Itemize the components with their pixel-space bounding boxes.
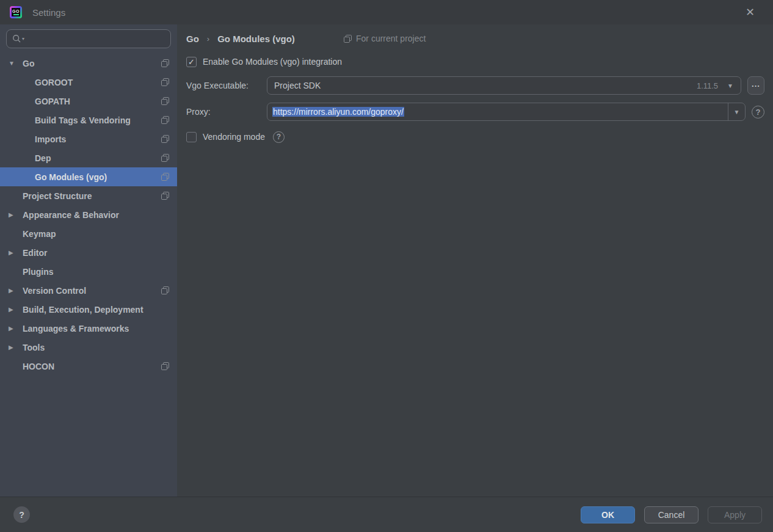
vgo-sdk-version: 1.11.5 (697, 81, 718, 90)
per-project-settings-icon (161, 116, 169, 124)
enable-vgo-label: Enable Go Modules (vgo) integration (203, 57, 342, 67)
per-project-settings-icon (344, 35, 352, 43)
help-button[interactable]: ? (13, 506, 30, 523)
sidebar-item-version-control[interactable]: ▶Version Control (0, 281, 177, 300)
expand-arrow-icon[interactable]: ▶ (9, 306, 23, 313)
sidebar-item-label: GOPATH (35, 97, 161, 106)
goland-logo-icon: GO (10, 6, 22, 18)
breadcrumb-separator-icon: › (207, 34, 209, 43)
breadcrumb-current: Go Modules (vgo) (217, 34, 295, 44)
window-title: Settings (32, 7, 65, 18)
search-input[interactable]: ▾ (6, 29, 171, 48)
vendoring-mode-label: Vendoring mode (203, 132, 265, 142)
breadcrumb: Go › Go Modules (vgo) For current projec… (186, 31, 764, 47)
goland-logo-text: GO (12, 8, 20, 16)
sidebar-item-label: Imports (35, 134, 161, 144)
settings-sidebar: ▾ ▼GoGOROOTGOPATHBuild Tags & VendoringI… (0, 24, 177, 497)
sidebar-item-label: Dep (35, 153, 161, 163)
sidebar-item-goroot[interactable]: GOROOT (0, 73, 177, 92)
close-icon[interactable]: ✕ (746, 7, 755, 18)
chevron-down-icon: ▼ (734, 109, 740, 115)
sidebar-item-build-tags-vendoring[interactable]: Build Tags & Vendoring (0, 111, 177, 129)
expand-arrow-icon[interactable]: ▶ (9, 211, 23, 218)
expand-arrow-icon[interactable]: ▶ (9, 287, 23, 294)
collapse-arrow-icon[interactable]: ▼ (9, 60, 23, 67)
proxy-dropdown-button[interactable]: ▼ (728, 103, 745, 120)
expand-arrow-icon[interactable]: ▶ (9, 344, 23, 351)
sidebar-item-label: Plugins (23, 267, 169, 277)
sidebar-item-label: HOCON (23, 362, 161, 371)
sidebar-item-label: Tools (23, 343, 169, 352)
per-project-settings-icon (161, 78, 169, 86)
per-project-settings-icon (161, 59, 169, 67)
per-project-settings-icon (161, 286, 169, 294)
sidebar-item-appearance-behavior[interactable]: ▶Appearance & Behavior (0, 205, 177, 224)
dialog-footer: ? OK Cancel Apply (0, 497, 773, 532)
search-history-caret-icon[interactable]: ▾ (22, 36, 24, 42)
sidebar-item-imports[interactable]: Imports (0, 129, 177, 148)
sidebar-item-label: Go (23, 59, 161, 68)
sidebar-item-label: Build Tags & Vendoring (35, 115, 161, 125)
sidebar-item-label: Version Control (23, 286, 161, 296)
expand-arrow-icon[interactable]: ▶ (9, 325, 23, 332)
sidebar-item-label: Languages & Frameworks (23, 324, 169, 333)
chevron-down-icon: ▼ (727, 82, 733, 89)
search-icon (12, 34, 21, 43)
sidebar-item-label: Project Structure (23, 191, 161, 201)
vgo-executable-row: Vgo Executable: Project SDK 1.11.5 ▼ ... (186, 76, 764, 95)
vendoring-mode-row: Vendoring mode ? (186, 130, 764, 144)
settings-tree: ▼GoGOROOTGOPATHBuild Tags & VendoringImp… (0, 54, 177, 497)
proxy-combobox[interactable]: https://mirrors.aliyun.com/goproxy/ ▼ (267, 103, 746, 121)
sidebar-item-dep[interactable]: Dep (0, 148, 177, 167)
sidebar-item-label: Keymap (23, 229, 169, 239)
enable-vgo-row: ✓ Enable Go Modules (vgo) integration (186, 55, 764, 68)
per-project-settings-icon (161, 135, 169, 143)
sidebar-item-label: Build, Execution, Deployment (23, 305, 169, 315)
sidebar-item-go-modules-vgo[interactable]: Go Modules (vgo) (0, 167, 177, 186)
sidebar-item-label: Go Modules (vgo) (35, 172, 161, 182)
vendoring-mode-checkbox[interactable] (186, 132, 197, 142)
ok-button[interactable]: OK (581, 506, 635, 523)
sidebar-item-languages-frameworks[interactable]: ▶Languages & Frameworks (0, 319, 177, 338)
per-project-settings-icon (161, 192, 169, 200)
apply-button[interactable]: Apply (708, 506, 762, 523)
title-bar: GO Settings ✕ (0, 0, 773, 24)
sidebar-item-tools[interactable]: ▶Tools (0, 338, 177, 357)
sidebar-item-label: Appearance & Behavior (23, 210, 169, 220)
per-project-settings-icon (161, 97, 169, 105)
vgo-executable-label: Vgo Executable: (186, 81, 267, 90)
proxy-help-icon[interactable]: ? (752, 106, 764, 118)
proxy-label: Proxy: (186, 107, 267, 117)
scope-indicator: For current project (344, 34, 426, 43)
per-project-settings-icon (161, 362, 169, 370)
vgo-executable-value: Project SDK (267, 81, 697, 90)
proxy-row: Proxy: https://mirrors.aliyun.com/goprox… (186, 103, 764, 121)
sidebar-item-editor[interactable]: ▶Editor (0, 243, 177, 262)
settings-page: Go › Go Modules (vgo) For current projec… (177, 24, 773, 497)
sidebar-item-plugins[interactable]: Plugins (0, 262, 177, 281)
expand-arrow-icon[interactable]: ▶ (9, 249, 23, 256)
per-project-settings-icon (161, 154, 169, 162)
proxy-selected-text: https://mirrors.aliyun.com/goproxy/ (272, 107, 404, 117)
sidebar-item-go[interactable]: ▼Go (0, 54, 177, 73)
per-project-settings-icon (161, 173, 169, 181)
breadcrumb-parent[interactable]: Go (186, 34, 199, 44)
sidebar-item-project-structure[interactable]: Project Structure (0, 186, 177, 205)
vgo-executable-select[interactable]: Project SDK 1.11.5 ▼ (267, 76, 741, 95)
cancel-button[interactable]: Cancel (644, 506, 699, 523)
sidebar-item-label: GOROOT (35, 78, 161, 87)
sidebar-item-build-execution-deployment[interactable]: ▶Build, Execution, Deployment (0, 300, 177, 319)
sidebar-item-keymap[interactable]: Keymap (0, 224, 177, 243)
sidebar-item-label: Editor (23, 248, 169, 258)
sidebar-item-gopath[interactable]: GOPATH (0, 92, 177, 111)
proxy-input[interactable]: https://mirrors.aliyun.com/goproxy/ (267, 107, 728, 117)
sidebar-item-hocon[interactable]: HOCON (0, 357, 177, 376)
browse-sdk-button[interactable]: ... (747, 76, 764, 95)
vendoring-help-icon[interactable]: ? (273, 131, 285, 143)
settings-dialog: GO Settings ✕ ▾ ▼GoGOROOTGOPATHBuild Tag… (0, 0, 773, 532)
scope-label: For current project (356, 34, 426, 43)
enable-vgo-checkbox[interactable]: ✓ (186, 57, 197, 67)
